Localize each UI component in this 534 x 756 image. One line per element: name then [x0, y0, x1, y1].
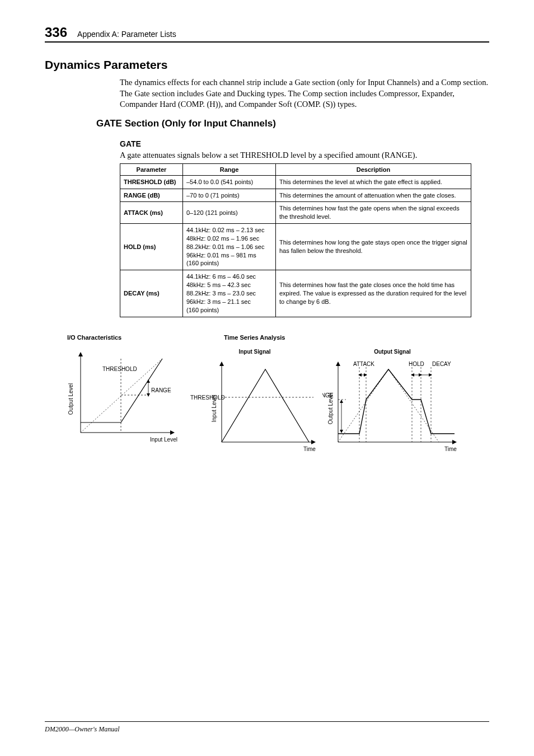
ts-decay-label: DECAY: [432, 361, 451, 367]
gate-description: A gate attenuates signals below a set TH…: [120, 151, 489, 160]
svg-marker-11: [147, 393, 150, 397]
ts-chart-title: Time Series Analysis: [224, 334, 462, 341]
cell-description: This determines how fast the gate closes…: [276, 270, 471, 317]
page-number: 336: [45, 25, 67, 40]
svg-marker-15: [311, 440, 316, 444]
cell-range: –54.0 to 0.0 (541 points): [183, 175, 276, 189]
svg-marker-10: [147, 379, 150, 383]
ts-input-svg: Input Level THRESHOLD Time: [190, 358, 319, 459]
cell-description: This determines the level at which the g…: [276, 175, 471, 189]
table-row: DECAY (ms)44.1kHz: 6 ms – 46.0 sec48kHz:…: [120, 270, 471, 317]
svg-marker-29: [340, 430, 343, 433]
parameter-table: Parameter Range Description THRESHOLD (d…: [120, 163, 471, 317]
cell-description: This determines how long the gate stays …: [276, 224, 471, 270]
ts-in-xlabel: Time: [303, 446, 316, 452]
page-header: 336 Appendix A: Parameter Lists: [45, 25, 489, 43]
cell-range: 0–120 (121 points): [183, 202, 276, 224]
cell-parameter: RANGE (dB): [120, 189, 183, 202]
th-range: Range: [183, 163, 276, 175]
table-row: HOLD (ms)44.1kHz: 0.02 ms – 2.13 sec48kH…: [120, 224, 471, 270]
th-parameter: Parameter: [120, 163, 183, 175]
ts-input-block: Input Signal Input Level THRESHOLD Time: [190, 349, 319, 461]
ts-threshold-label: THRESHOLD: [190, 395, 225, 401]
table-row: ATTACK (ms)0–120 (121 points)This determ…: [120, 202, 471, 224]
header-section: Appendix A: Parameter Lists: [77, 30, 176, 39]
ts-output-svg: Output Level RANGE ATTACK HOLD DECAY Tim…: [322, 358, 462, 459]
ts-input-title: Input Signal: [190, 349, 319, 355]
io-chart-block: I/O Characteristics Output Level THRESHO…: [67, 334, 179, 463]
svg-marker-28: [340, 400, 343, 403]
cell-description: This determines how fast the gate opens …: [276, 202, 471, 224]
svg-marker-32: [364, 373, 367, 377]
ts-range-label: RANGE: [322, 392, 334, 398]
svg-marker-1: [78, 352, 83, 356]
heading-1: Dynamics Parameters: [45, 58, 489, 72]
cell-description: This determines the amount of attenuatio…: [276, 189, 471, 202]
cell-parameter: HOLD (ms): [120, 224, 183, 270]
svg-marker-18: [336, 361, 340, 366]
heading-2: GATE Section (Only for Input Channels): [96, 118, 489, 129]
io-xlabel: Input Level: [150, 436, 177, 443]
table-header-row: Parameter Range Description: [120, 163, 471, 175]
footer-text: DM2000—Owner's Manual: [45, 721, 489, 734]
heading-3: GATE: [120, 139, 489, 148]
svg-marker-37: [429, 373, 432, 377]
svg-marker-3: [170, 430, 175, 435]
ts-out-xlabel: Time: [444, 446, 457, 452]
ts-hold-label: HOLD: [409, 361, 424, 367]
intro-paragraph: The dynamics effects for each channel st…: [120, 77, 489, 110]
ts-chart-block: Time Series Analysis Input Signal Input …: [190, 334, 462, 463]
cell-range: –70 to 0 (71 points): [183, 189, 276, 202]
cell-parameter: ATTACK (ms): [120, 202, 183, 224]
ts-output-title: Output Signal: [322, 349, 462, 355]
svg-marker-34: [411, 373, 414, 377]
io-ylabel: Output Level: [68, 383, 74, 415]
io-chart-svg: Output Level THRESHOLD RANGE Input Level: [67, 349, 179, 461]
svg-marker-31: [358, 373, 362, 377]
table-row: RANGE (dB)–70 to 0 (71 points)This deter…: [120, 189, 471, 202]
cell-range: 44.1kHz: 6 ms – 46.0 sec48kHz: 5 ms – 42…: [183, 270, 276, 317]
ts-attack-label: ATTACK: [353, 361, 374, 367]
cell-parameter: THRESHOLD (dB): [120, 175, 183, 189]
ts-output-block: Output Signal: [322, 349, 462, 461]
table-row: THRESHOLD (dB)–54.0 to 0.0 (541 points)T…: [120, 175, 471, 189]
cell-range: 44.1kHz: 0.02 ms – 2.13 sec48kHz: 0.02 m…: [183, 224, 276, 270]
io-threshold-label: THRESHOLD: [102, 366, 137, 372]
charts-container: I/O Characteristics Output Level THRESHO…: [67, 334, 489, 463]
cell-parameter: DECAY (ms): [120, 270, 183, 317]
io-range-label: RANGE: [151, 387, 171, 393]
svg-marker-13: [219, 361, 224, 366]
svg-marker-20: [452, 440, 457, 444]
io-chart-title: I/O Characteristics: [67, 334, 179, 341]
th-description: Description: [276, 163, 471, 175]
